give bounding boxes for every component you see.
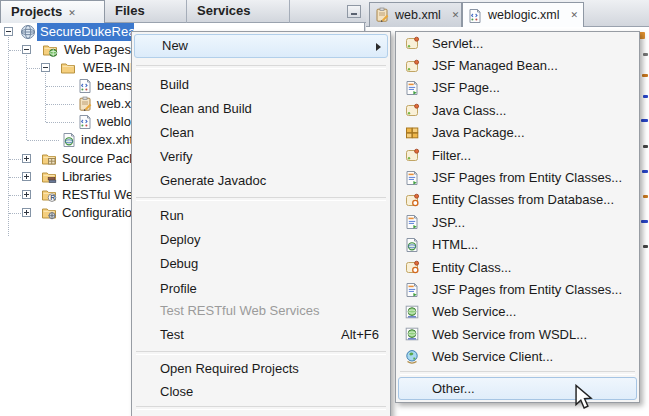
tree-connector: [27, 68, 40, 69]
close-icon[interactable]: ✕: [68, 8, 76, 18]
tree-expander-expand[interactable]: [22, 172, 31, 181]
tree-connector: [9, 177, 21, 178]
submenu-item-entity-classes-from-database[interactable]: Entity Classes from Database...: [397, 189, 638, 211]
tree-expander-collapse[interactable]: [41, 63, 50, 72]
menu-item-label: Deploy: [160, 232, 200, 247]
submenu-item-entity-class[interactable]: Entity Class...: [397, 256, 638, 278]
web-pages-folder-icon: [42, 42, 58, 58]
tree-connector: [46, 86, 74, 87]
editor-text-fragment: [643, 195, 648, 198]
submenu-item-jsp[interactable]: JSP...: [397, 211, 638, 233]
tree-expander-collapse[interactable]: [4, 27, 13, 36]
menu-item-label: Run: [160, 208, 184, 223]
tree-connector: [46, 104, 74, 105]
tree-expander-collapse[interactable]: [22, 45, 31, 54]
submenu-item-label: Java Class...: [432, 103, 506, 118]
submenu-item-jsf-pages-from-entity-classes-2[interactable]: JSF Pages from Entity Classes...: [397, 278, 638, 300]
submenu-item-html[interactable]: HTML...: [397, 234, 638, 256]
submenu-item-label: Other...: [432, 381, 475, 396]
submenu-item-jsf-managed-bean[interactable]: JSF Managed Bean...: [397, 54, 638, 76]
submenu-item-other[interactable]: Other...: [398, 377, 637, 400]
submenu-item-web-service-from-wsdl[interactable]: Web Service from WSDL...: [397, 323, 638, 345]
submenu-item-java-class[interactable]: Java Class...: [397, 99, 638, 121]
tree-connector: [8, 37, 9, 236]
submenu-item-java-package[interactable]: Java Package...: [397, 122, 638, 144]
tree-connector: [9, 50, 21, 51]
tab-services[interactable]: Services: [187, 0, 290, 23]
editor-tab-web-xml[interactable]: web.xml ✕: [369, 2, 462, 27]
entity-class-icon: [404, 259, 420, 275]
tree-item-web-inf[interactable]: WEB-INF: [83, 59, 138, 77]
entity-class-icon: [404, 192, 420, 208]
deployment-descriptor-icon: [77, 96, 93, 112]
tree-expander-expand[interactable]: [22, 208, 31, 217]
project-context-menu: New Build Clean and Build Clean Verify G…: [131, 31, 391, 416]
submenu-item-jsf-pages-from-entity-classes[interactable]: JSF Pages from Entity Classes...: [397, 166, 638, 188]
menu-item-run[interactable]: Run: [133, 204, 389, 228]
minimize-panel-button[interactable]: [347, 5, 361, 18]
menu-item-verify[interactable]: Verify: [133, 145, 389, 169]
folder-icon: [60, 60, 76, 76]
menu-item-test[interactable]: Test Alt+F6: [133, 323, 389, 347]
menu-separator: [136, 351, 386, 355]
tab-projects-label: Projects: [11, 4, 62, 19]
submenu-item-label: JSF Page...: [432, 80, 500, 95]
menu-item-profile[interactable]: Profile: [133, 277, 389, 301]
menu-item-debug[interactable]: Debug: [133, 252, 389, 276]
editor-tab-weblogic-xml[interactable]: weblogic.xml ✕: [462, 2, 584, 28]
editor-text-fragment: [642, 74, 648, 77]
menu-item-open-required-projects[interactable]: Open Required Projects: [133, 357, 389, 381]
menu-item-clean[interactable]: Clean: [133, 121, 389, 145]
menu-item-label: Test: [160, 327, 184, 342]
submenu-arrow-icon: [376, 43, 381, 51]
menu-item-deploy[interactable]: Deploy: [133, 228, 389, 252]
menu-item-close[interactable]: Close: [133, 380, 389, 404]
submenu-item-label: Web Service...: [432, 304, 516, 319]
tab-files-label: Files: [115, 3, 145, 18]
menu-item-clean-and-build[interactable]: Clean and Build: [133, 97, 389, 121]
editor-tabstrip: web.xml ✕ weblogic.xml ✕: [366, 0, 649, 27]
menu-item-label: Build: [160, 77, 189, 92]
menu-item-label: Clean: [160, 125, 194, 140]
menu-item-new[interactable]: New: [134, 34, 388, 58]
menu-item-build[interactable]: Build: [133, 73, 389, 97]
menu-item-label: Verify: [160, 149, 193, 164]
jsf-page-icon: [404, 282, 420, 298]
deployment-descriptor-icon: [374, 7, 390, 23]
tree-item-libraries[interactable]: Libraries: [62, 168, 112, 186]
managed-bean-class-icon: [404, 58, 420, 74]
submenu-item-jsf-page[interactable]: JSF Page...: [397, 77, 638, 99]
menu-item-generate-javadoc[interactable]: Generate Javadoc: [133, 169, 389, 193]
close-icon[interactable]: ✕: [452, 4, 460, 27]
menu-item-label: Profile: [160, 281, 197, 296]
jsp-page-icon: [404, 214, 420, 230]
xhtml-file-icon: [61, 132, 77, 148]
submenu-item-label: Servlet...: [432, 36, 483, 51]
left-panel-tabstrip: Projects✕ Files Services: [0, 0, 366, 23]
menu-separator: [136, 197, 386, 201]
menu-separator: [136, 406, 386, 410]
tree-connector: [9, 213, 21, 214]
rest-folder-icon: [41, 187, 57, 203]
menu-item-label: Close: [160, 384, 193, 399]
tab-files[interactable]: Files: [105, 0, 187, 23]
tree-item-web-pages[interactable]: Web Pages: [64, 41, 131, 59]
submenu-item-web-service[interactable]: Web Service...: [397, 301, 638, 323]
submenu-item-filter[interactable]: Filter...: [397, 144, 638, 166]
tree-expander-expand[interactable]: [22, 190, 31, 199]
tree-expander-expand[interactable]: [22, 154, 31, 163]
java-package-icon: [404, 125, 420, 141]
submenu-item-web-service-client[interactable]: Web Service Client...: [397, 346, 638, 368]
close-icon[interactable]: ✕: [571, 4, 579, 27]
packages-folder-icon: [41, 151, 57, 167]
submenu-item-label: JSF Managed Bean...: [432, 58, 558, 73]
xml-file-icon: [467, 8, 483, 24]
editor-text-fragment: [643, 95, 648, 98]
xml-file-icon: [77, 78, 93, 94]
config-folder-icon: [41, 205, 57, 221]
minimize-icon: [351, 13, 357, 15]
submenu-item-servlet[interactable]: Servlet...: [397, 32, 638, 54]
tab-projects[interactable]: Projects✕: [0, 0, 105, 23]
menu-item-label: Test RESTful Web Services: [160, 303, 319, 318]
submenu-item-label: Java Package...: [432, 125, 525, 140]
